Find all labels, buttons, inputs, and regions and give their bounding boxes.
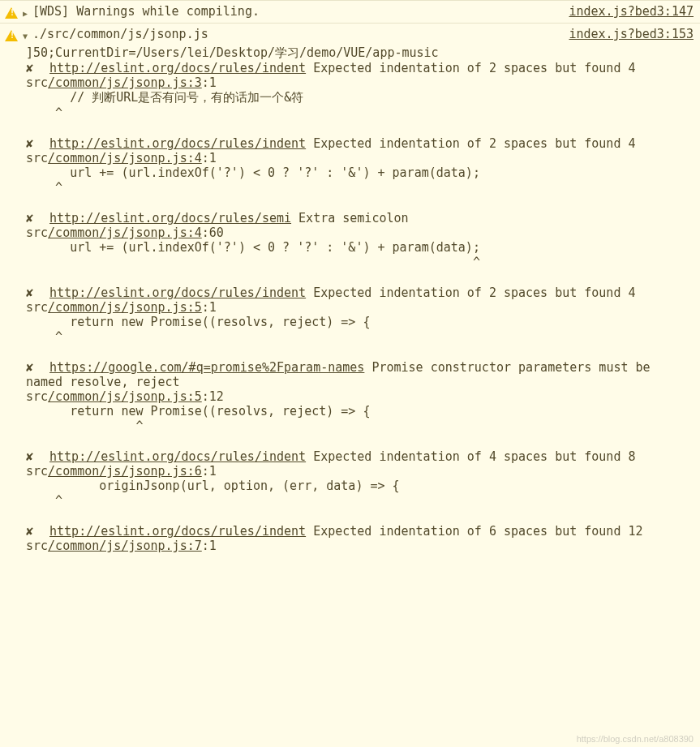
rule-link[interactable]: http://eslint.org/docs/rules/semi	[49, 211, 291, 225]
collapse-arrow[interactable]	[23, 28, 32, 42]
current-dir-line: ]50;CurrentDir=/Users/lei/Desktop/学习/dem…	[26, 45, 694, 61]
lint-error-block: ✘ http://eslint.org/docs/rules/indent Ex…	[26, 524, 694, 558]
lint-error-block: ✘ https://google.com/#q=promise%2Fparam-…	[26, 360, 694, 438]
error-message: Extra semicolon	[298, 211, 408, 225]
code-snippet: // 判断URL是否有问号，有的话加一个&符	[26, 90, 694, 105]
source-location: src/common/js/jsonp.js:4:1	[26, 151, 694, 165]
warning-icon	[5, 30, 18, 41]
code-snippet: originJsonp(url, option, (err, data) => …	[26, 479, 694, 493]
console-warning-row[interactable]: [WDS] Warnings while compiling. index.js…	[0, 0, 700, 23]
lint-error-block: ✘ http://eslint.org/docs/rules/indent Ex…	[26, 136, 694, 200]
caret-indicator: ^	[26, 419, 694, 433]
source-link[interactable]: index.js?bed3:147	[569, 4, 694, 19]
caret-indicator: ^	[26, 180, 694, 195]
source-location: src/common/js/jsonp.js:6:1	[26, 464, 694, 479]
rule-link[interactable]: http://eslint.org/docs/rules/indent	[49, 136, 306, 151]
error-x-icon: ✘	[26, 360, 42, 375]
warning-icon	[5, 7, 18, 19]
code-snippet: url += (url.indexOf('?') < 0 ? '?' : '&'…	[26, 165, 694, 180]
console-warning-row-expanded[interactable]: ./src/common/js/jsonp.js index.js?bed3:1…	[0, 23, 700, 45]
warning-details: ]50;CurrentDir=/Users/lei/Desktop/学习/dem…	[0, 45, 700, 574]
source-location: src/common/js/jsonp.js:3:1	[26, 75, 694, 90]
rule-link[interactable]: https://google.com/#q=promise%2Fparam-na…	[49, 360, 364, 375]
code-snippet: url += (url.indexOf('?') < 0 ? '?' : '&'…	[26, 240, 694, 255]
watermark: https://blog.csdn.net/a808390	[577, 734, 694, 744]
error-message: Expected indentation of 6 spaces but fou…	[313, 524, 642, 539]
rule-link[interactable]: http://eslint.org/docs/rules/indent	[49, 285, 306, 300]
lint-error-block: ✘ http://eslint.org/docs/rules/indent Ex…	[26, 285, 694, 349]
caret-indicator: ^	[26, 255, 694, 269]
rule-link[interactable]: http://eslint.org/docs/rules/indent	[49, 61, 306, 75]
error-message: Expected indentation of 2 spaces but fou…	[313, 61, 635, 75]
error-message: Expected indentation of 2 spaces but fou…	[313, 136, 635, 151]
error-x-icon: ✘	[26, 136, 42, 151]
source-location: src/common/js/jsonp.js:5:12	[26, 389, 694, 404]
code-snippet: return new Promise((resolvs, reject) => …	[26, 315, 694, 329]
warning-message: [WDS] Warnings while compiling.	[32, 4, 559, 19]
error-x-icon: ✘	[26, 524, 42, 539]
error-x-icon: ✘	[26, 449, 42, 464]
caret-indicator: ^	[26, 493, 694, 508]
rule-link[interactable]: http://eslint.org/docs/rules/indent	[49, 449, 306, 464]
source-location: src/common/js/jsonp.js:7:1	[26, 539, 694, 553]
rule-link[interactable]: http://eslint.org/docs/rules/indent	[49, 524, 306, 539]
error-x-icon: ✘	[26, 61, 42, 75]
lint-error-block: ✘ http://eslint.org/docs/rules/indent Ex…	[26, 449, 694, 513]
caret-indicator: ^	[26, 329, 694, 344]
source-location: src/common/js/jsonp.js:5:1	[26, 300, 694, 315]
error-message: Expected indentation of 2 spaces but fou…	[313, 285, 635, 300]
error-message: Expected indentation of 4 spaces but fou…	[313, 449, 635, 464]
caret-indicator: ^	[26, 105, 694, 120]
code-snippet: return new Promise((resolvs, reject) => …	[26, 404, 694, 419]
error-x-icon: ✘	[26, 285, 42, 300]
lint-error-block: ✘ http://eslint.org/docs/rules/semi Extr…	[26, 211, 694, 274]
source-location: src/common/js/jsonp.js:4:60	[26, 225, 694, 240]
lint-error-block: ✘ http://eslint.org/docs/rules/indent Ex…	[26, 61, 694, 125]
expand-arrow[interactable]	[23, 5, 32, 19]
warning-message: ./src/common/js/jsonp.js	[32, 27, 559, 41]
source-link[interactable]: index.js?bed3:153	[569, 27, 694, 41]
error-x-icon: ✘	[26, 211, 42, 225]
